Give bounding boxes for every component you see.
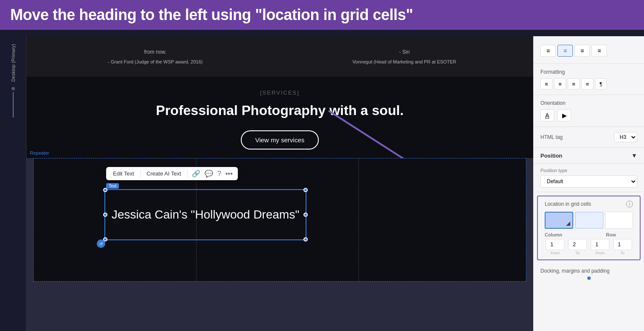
info-icon[interactable]: i [626,201,633,207]
testimonial-2-text: - Sin [399,49,410,56]
left-sidebar: Desktop (Primary) [0,36,26,331]
formatting-label: Formatting [540,69,637,75]
testimonial-2: - Sin Vonnegut (Head of Marketing and PR… [284,40,525,72]
resize-handle-mr[interactable] [303,213,308,217]
col-from-label: From [551,251,560,255]
services-section: [SERVICES] Professional Photography with… [26,77,533,158]
row-from-input[interactable] [591,239,609,250]
format-row: ≡ ≡ ≡ ≡ ¶ [540,78,637,89]
repeater-area[interactable]: Edit Text Create AI Text 🔗 💬 ? ••• Text [33,158,526,282]
testimonial-1-author: - Grant Ford (Judge of the WSP award, 20… [108,59,202,64]
instruction-banner: Move the heading to the left using "loca… [0,0,644,30]
format-paragraph-button[interactable]: ¶ [595,78,607,89]
position-type-select[interactable]: Default Fixed Sticky [540,176,637,187]
grid-cell-1[interactable] [545,212,573,229]
orientation-section: Orientation A ▶ [534,95,644,127]
comment-icon[interactable]: 💬 [205,170,213,178]
html-tag-label: HTML tag [540,134,563,140]
format-list-button[interactable]: ≡ [540,78,552,89]
canvas-area: from now. - Grant Ford (Judge of the WSP… [26,36,533,331]
row-section-label: Row [606,232,616,237]
help-icon[interactable]: ? [217,170,221,178]
grid-cells-label: Location in grid cells [545,201,591,207]
more-icon[interactable]: ••• [225,170,233,178]
position-title: Position [540,153,562,159]
align-left-button[interactable]: ≡ [540,45,556,57]
grid-cells-section: Location in grid cells i Column Row [537,196,641,260]
align-center-button[interactable]: ≡ [557,45,573,57]
align-right-button[interactable]: ≡ [575,45,590,57]
right-panel: ≡ ≡ ≡ ≡ Formatting ≡ ≡ ≡ ≡ ¶ Orientation… [533,36,644,331]
sidebar-line [13,92,14,118]
orient-horizontal-button[interactable]: A [540,109,554,121]
repeater-container: Repeater Edit Text Create AI Text 🔗 💬 ? … [30,158,530,282]
position-header: Position ▼ [534,148,644,164]
cursor-pointer [566,222,570,226]
row-to-input[interactable] [613,239,632,250]
repeater-label: Repeater [30,150,49,155]
format-ordered-button[interactable]: ≡ [554,78,566,89]
sidebar-label: Desktop (Primary) [11,44,16,82]
resize-handle-tr[interactable] [303,188,308,192]
testimonial-2-author: Vonnegut (Head of Marketing and PR at ES… [352,59,456,64]
row-to-label: To [621,251,625,255]
testimonial-1: from now. - Grant Ford (Judge of the WSP… [35,40,276,72]
edit-text-button[interactable]: Edit Text [111,170,136,178]
position-collapse-icon[interactable]: ▼ [631,152,637,159]
text-element-content: Jessica Cain's "Hollywood Dreams" [112,207,300,222]
formatting-section: Formatting ≡ ≡ ≡ ≡ ¶ [534,64,644,95]
column-section-label: Column [545,232,562,237]
col-row-section: From To From To [545,239,633,255]
docking-dot-row [540,276,637,280]
text-edit-toolbar: Edit Text Create AI Text 🔗 💬 ? ••• [106,167,238,180]
alignment-section: ≡ ≡ ≡ ≡ [534,40,644,64]
services-label: [SERVICES] [26,89,533,96]
selected-text-element[interactable]: ↺ Jessica Cain's "Hollywood Dreams" [104,189,306,240]
col-to-group: To [567,239,588,255]
format-outdent-button[interactable]: ≡ [581,78,593,89]
col-from-input[interactable] [546,239,564,250]
resize-handle-ml[interactable] [103,213,107,217]
row-from-group: From [590,239,611,255]
toolbar-divider-2 [187,170,188,178]
services-heading: Professional Photography with a soul. [26,103,533,118]
align-row: ≡ ≡ ≡ ≡ [540,45,637,57]
docking-label: Docking, margins and padding [540,268,637,274]
row-from-label: From [595,251,604,255]
orient-vertical-button[interactable]: ▶ [557,109,571,121]
resize-handle-br[interactable] [303,237,308,242]
html-tag-section: HTML tag H3 H1 H2 H4 p [534,127,644,148]
position-type-section: Position type Default Fixed Sticky [534,164,644,192]
html-tag-row: HTML tag H3 H1 H2 H4 p [540,132,637,142]
toolbar-divider-1 [140,170,141,178]
grid-cell-3[interactable] [605,212,633,229]
grid-cell-2[interactable] [575,212,604,229]
text-badge: Text [106,183,119,189]
col-divider-2 [358,158,359,281]
docking-dot [587,276,591,280]
format-indent-button[interactable]: ≡ [568,78,580,89]
testimonials-section: from now. - Grant Ford (Judge of the WSP… [26,36,533,77]
col-from-group: From [545,239,566,255]
col-to-label: To [575,251,580,255]
align-justify-button[interactable]: ≡ [592,45,607,57]
html-tag-select[interactable]: H3 H1 H2 H4 p [614,132,637,142]
grid-cells-header: Location in grid cells i [545,201,633,207]
position-type-label: Position type [540,168,637,173]
sidebar-dot [12,87,15,90]
orientation-label: Orientation [540,100,637,106]
resize-rotate-icon[interactable]: ↺ [97,239,105,248]
create-ai-text-button[interactable]: Create AI Text [145,170,183,178]
docking-section: Docking, margins and padding [534,264,644,284]
orientation-row: A ▶ [540,109,637,121]
main-layout: Desktop (Primary) from now. - Grant Ford… [0,36,644,331]
view-services-button[interactable]: View my services [241,130,319,150]
row-to-group: To [612,239,633,255]
banner-text: Move the heading to the left using "loca… [10,6,634,24]
grid-cell-row [545,212,633,229]
link-icon[interactable]: 🔗 [192,170,200,178]
testimonial-1-text: from now. [144,49,166,56]
col-to-input[interactable] [568,239,587,250]
